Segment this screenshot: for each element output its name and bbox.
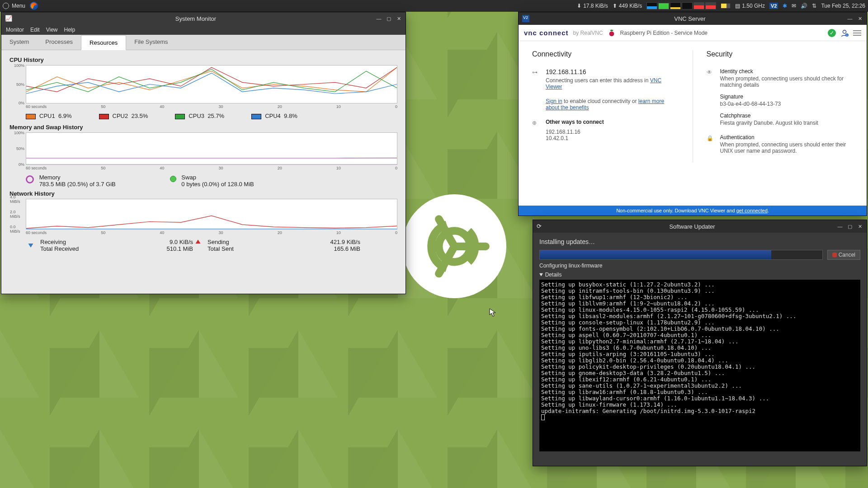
updater-titlebar[interactable]: ⟳ Software Updater — ▢ ✕ — [533, 220, 867, 233]
other-address-2: 10.42.0.1 — [546, 135, 679, 141]
firefox-launcher-icon[interactable] — [30, 2, 38, 10]
updater-title: Software Updater — [547, 223, 837, 230]
bluetooth-icon[interactable]: ✱ — [783, 3, 787, 9]
vnc-window-icon: V2 — [522, 15, 529, 22]
terminal-output: Setting up busybox-static (1:1.27.2-2ubu… — [539, 280, 860, 451]
signin-line: Sign in to enable cloud connectivity or … — [546, 98, 679, 111]
mem-xaxis: 60 seconds50403020100 — [26, 166, 397, 170]
vnc-tray-icon[interactable]: V2 — [769, 3, 778, 9]
clock[interactable]: Tue Feb 25, 22:26 — [821, 3, 865, 9]
vnc-minimize-button[interactable]: — — [847, 15, 853, 22]
upload-icon: ⬆ — [613, 3, 617, 9]
messaging-icon[interactable]: ✉ — [792, 3, 796, 9]
menu-view[interactable]: View — [46, 27, 58, 33]
security-heading: Security — [707, 50, 854, 58]
net-xaxis: 60 seconds50403020100 — [26, 230, 397, 235]
disk-icon — [721, 3, 731, 9]
cpu-yaxis: 100% 50% 0% — [10, 66, 25, 103]
tab-filesystems[interactable]: File Systems — [126, 35, 176, 50]
menu-label: Menu — [12, 3, 25, 9]
updater-minimize-button[interactable]: — — [837, 223, 843, 230]
maximize-button[interactable]: ▢ — [386, 15, 392, 22]
sysmon-menubar: Monitor Edit View Help — [1, 25, 406, 35]
net-yaxis: 4.0 MiB/s 2.0 MiB/s 0.0 MiB/s — [10, 199, 25, 229]
cpu-history-heading: CPU History — [9, 56, 397, 63]
updater-icon: ⟳ — [537, 223, 544, 230]
vnc-close-button[interactable]: ✕ — [857, 15, 863, 22]
network-history-heading: Network History — [9, 190, 397, 197]
memory-label: Memory — [39, 174, 116, 181]
other-ways-heading[interactable]: Other ways to connect — [546, 119, 679, 125]
cpu-legend: CPU1 6.9% CPU2 23.5% CPU3 25.7% CPU4 9.8… — [26, 113, 397, 119]
updater-maximize-button[interactable]: ▢ — [847, 223, 853, 230]
swap-value: 0 bytes (0.0%) of 128.0 MiB — [181, 181, 254, 188]
close-button[interactable]: ✕ — [396, 15, 402, 22]
network-icon[interactable]: ⇅ — [812, 3, 816, 9]
sending-block: Sending421.9 KiB/s Total Sent165.6 MiB — [193, 239, 360, 252]
mem-yaxis: 100% 50% 0% — [10, 133, 25, 164]
sysmon-titlebar[interactable]: 📈 System Monitor — ▢ ✕ — [1, 12, 406, 25]
cpu-chip-icon: ▤ — [735, 3, 740, 9]
other-address-1: 192.168.11.16 — [546, 129, 679, 135]
progress-bar — [539, 250, 823, 260]
tab-processes[interactable]: Processes — [37, 35, 81, 50]
catchphrase-value: Fiesta gravity Danube. August kilo trans… — [720, 120, 854, 126]
expand-icon[interactable]: ⊕ — [532, 120, 539, 141]
total-received-value: 510.1 MiB — [166, 245, 193, 252]
net-down-indicator[interactable]: ⬇ 17.8 KiB/s — [577, 3, 608, 9]
updater-close-button[interactable]: ✕ — [857, 223, 863, 230]
status-ok-icon[interactable]: ✓ — [828, 29, 836, 37]
get-connected-link[interactable]: get connected — [736, 208, 768, 213]
minimize-button[interactable]: — — [376, 15, 382, 22]
receiving-rate: 9.0 KiB/s — [170, 239, 193, 245]
identity-check-label: Identity check — [720, 68, 854, 75]
vnc-titlebar[interactable]: V2 VNC Server — ✕ — [519, 12, 867, 25]
cpu-history-chart: 100% 50% 0% — [26, 65, 397, 103]
volume-icon[interactable]: 🔊 — [801, 3, 807, 9]
sysmon-icon: 📈 — [5, 15, 12, 22]
swap-legend: Swap 0 bytes (0.0%) of 128.0 MiB — [170, 174, 254, 188]
details-expander[interactable]: Details Setting up busybox-static (1:1.2… — [539, 272, 860, 451]
net-up-indicator[interactable]: ⬆ 449 KiB/s — [613, 3, 642, 9]
cpu3-legend: CPU3 25.7% — [175, 113, 224, 119]
stop-icon — [832, 253, 837, 257]
installing-updates-heading: Installing updates… — [539, 238, 860, 245]
menu-edit[interactable]: Edit — [30, 27, 40, 33]
top-panel: Menu ⬇ 17.8 KiB/s ⬆ 449 KiB/s ▤ 1.50 GHz… — [0, 0, 868, 12]
sysmon-tabs: System Processes Resources File Systems — [1, 35, 406, 50]
svg-point-1 — [609, 31, 614, 36]
tab-system[interactable]: System — [1, 35, 37, 50]
swap-label: Swap — [181, 174, 254, 181]
catchphrase-label: Catchphrase — [720, 113, 854, 119]
disk-indicator[interactable] — [721, 3, 731, 9]
identity-check-desc: When prompted, connecting users should c… — [720, 75, 854, 88]
signin-link[interactable]: Sign in — [546, 98, 562, 104]
vnc-edition-label: Raspberry Pi Edition - Service Mode — [620, 30, 708, 36]
ip-description: Connecting users can enter this address … — [546, 77, 679, 90]
ubuntu-mate-logo — [402, 194, 506, 298]
cpu-freq-indicator[interactable]: ▤ 1.50 GHz — [735, 3, 765, 9]
signature-label: Signature — [720, 94, 854, 100]
net-up-value: 449 KiB/s — [619, 3, 642, 9]
hamburger-menu-icon[interactable] — [853, 30, 861, 36]
tab-resources[interactable]: Resources — [81, 35, 126, 50]
vnc-title: VNC Server — [533, 15, 847, 22]
vnc-brandbar: vnc connect by RealVNC Raspberry Pi Edit… — [519, 25, 867, 41]
user-icon[interactable]: 1 — [840, 29, 849, 37]
sending-label: Sending — [208, 239, 229, 245]
share-icon: ⊶ — [532, 69, 539, 111]
cpu1-legend: CPU1 6.9% — [26, 113, 72, 119]
menu-button[interactable]: Menu — [3, 3, 25, 9]
details-label[interactable]: Details — [539, 272, 860, 278]
svg-text:1: 1 — [846, 34, 848, 37]
status-text: Configuring linux-firmware — [539, 263, 860, 269]
eye-icon: 👁 — [707, 69, 714, 126]
menu-help[interactable]: Help — [64, 27, 75, 33]
authentication-label: Authentication — [720, 134, 854, 141]
cpu-graphs-applet[interactable] — [646, 2, 716, 9]
connectivity-heading: Connectivity — [532, 50, 679, 58]
cancel-button[interactable]: Cancel — [827, 250, 860, 260]
swap-dot-icon — [170, 176, 176, 182]
menu-monitor[interactable]: Monitor — [6, 27, 24, 33]
cpu-freq-value: 1.50 GHz — [742, 3, 765, 9]
